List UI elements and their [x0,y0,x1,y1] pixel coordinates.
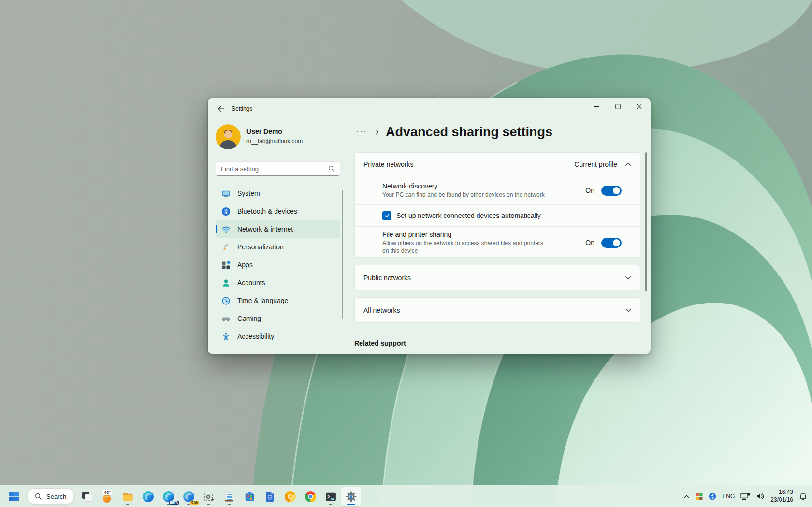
sidebar-item-label: Personalization [237,243,284,251]
taskbar-notepad[interactable] [219,487,239,506]
taskbar-chrome[interactable] [301,487,320,506]
chevron-down-icon[interactable] [625,308,631,312]
sidebar-item-label: Bluetooth & devices [237,207,297,215]
notepad-icon [223,491,235,503]
sidebar-item-bluetooth-devices[interactable]: Bluetooth & devices [216,203,340,220]
window-titlebar[interactable]: Settings [208,98,651,119]
windows-logo-icon [9,491,19,502]
tray-clock[interactable]: 16:43 23/01/16 [770,489,793,504]
chevron-up-icon[interactable] [625,162,631,166]
breadcrumb-chevron-icon [375,129,379,135]
taskbar-search[interactable]: Search [27,488,74,505]
search-icon [35,493,42,500]
notification-bell-icon[interactable]: z [799,492,807,501]
sidebar-item-time-language[interactable]: Time & language [216,292,340,309]
active-indicator [347,504,355,505]
sidebar-item-apps[interactable]: Apps [216,256,340,274]
taskbar-edge-beta[interactable]: BETA [159,487,178,506]
sidebar-item-accounts[interactable]: Accounts [216,274,340,291]
file-printer-sharing-state: On [585,239,594,246]
taskbar-blue-document[interactable] [260,487,279,506]
running-indicator [167,504,170,505]
sidebar-scrollbar[interactable] [342,190,343,319]
taskbar-search-label: Search [46,493,66,500]
chrome-icon [304,491,317,503]
taskbar-terminal[interactable] [321,487,340,506]
private-networks-header[interactable]: Private networks Current profile [355,153,640,176]
public-networks-header[interactable]: Public networks [355,265,640,290]
running-indicator [329,504,332,505]
sidebar-item-label: Network & internet [237,225,293,233]
tray-volume-icon[interactable] [756,493,765,500]
task-view-icon [81,491,93,502]
bluetooth-icon [221,207,231,216]
task-view-button[interactable] [77,487,97,506]
tray-network-icon[interactable] [740,493,750,501]
snipping-tool-icon [203,491,215,503]
file-printer-sharing-toggle[interactable] [601,238,622,248]
system-icon [221,189,231,198]
tray-app-icon[interactable] [696,493,703,500]
taskbar: Search 46° [0,485,812,507]
network-discovery-row: Network discovery Your PC can find and b… [355,176,640,204]
running-indicator [126,504,129,505]
taskbar-edge[interactable] [138,487,158,506]
taskbar-edge-canary[interactable]: CAN [179,487,198,506]
taskbar-settings[interactable] [341,487,361,506]
search-input[interactable] [221,165,328,173]
taskbar-microsoft-store[interactable] [240,487,259,506]
weather-widget[interactable]: 46° [98,487,117,506]
search-box[interactable] [216,161,340,176]
chrome-canary-icon [284,491,296,503]
close-icon [637,104,642,109]
private-networks-title: Private networks [363,160,574,168]
sidebar-item-personalization[interactable]: Personalization [216,238,340,256]
related-support-heading: Related support [354,339,406,347]
document-icon [264,491,276,503]
settings-window: Settings [208,98,651,354]
sidebar-item-label: Apps [237,261,253,269]
close-button[interactable] [628,99,650,114]
selected-accent [216,225,217,233]
tray-bluetooth-icon[interactable] [709,493,716,500]
running-indicator [187,504,190,505]
taskbar-chrome-canary[interactable] [280,487,300,506]
start-button[interactable] [4,487,24,506]
sidebar-item-network-internet[interactable]: Network & internet [216,220,340,238]
search-icon [328,165,335,172]
profile-name: User Demo [246,128,282,135]
chevron-down-icon[interactable] [625,276,631,280]
back-button[interactable] [214,102,228,115]
taskbar-snipping-tool[interactable] [199,487,218,506]
minimize-button[interactable] [586,99,607,114]
network-discovery-title: Network discovery [382,182,585,190]
sidebar-item-label: Accessibility [237,333,274,340]
page-title: Advanced sharing settings [386,125,552,140]
sidebar-item-gaming[interactable]: Gaming [216,310,340,327]
setup-devices-checkbox[interactable] [382,211,392,220]
accounts-icon [221,278,231,288]
back-arrow-icon [217,105,225,113]
canary-badge: CAN [190,501,199,505]
file-printer-sharing-row: File and printer sharing Allow others on… [355,227,640,259]
avatar[interactable] [216,124,241,149]
all-networks-header[interactable]: All networks [355,298,640,322]
maximize-icon [615,104,621,109]
tray-chevron-up[interactable] [683,494,690,499]
maximize-button[interactable] [607,99,628,114]
sidebar-item-system[interactable]: System [216,185,340,202]
sidebar-item-label: Gaming [237,315,261,322]
sidebar-nav: System Bluetooth & devices Network & int… [216,185,340,346]
sidebar-item-accessibility[interactable]: Accessibility [216,328,340,345]
public-networks-title: Public networks [363,274,625,282]
content-scrollbar[interactable] [645,152,647,291]
network-discovery-description: Your PC can find and be found by other d… [382,191,585,199]
all-networks-title: All networks [363,306,625,314]
setup-devices-row: Set up network connected devices automat… [355,205,640,226]
breadcrumb-ellipsis[interactable]: ··· [356,127,367,137]
taskbar-file-explorer[interactable] [118,487,137,506]
tray-language[interactable]: ENG [722,493,735,500]
checkmark-icon [384,213,390,218]
network-discovery-toggle[interactable] [601,186,622,196]
private-networks-card: Private networks Current profile Network… [354,152,640,258]
